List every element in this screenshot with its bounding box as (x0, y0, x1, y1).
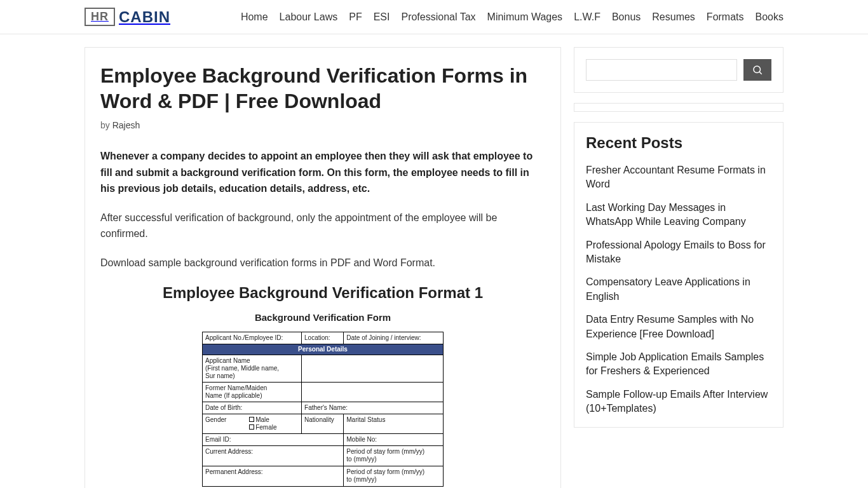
nav-pf[interactable]: PF (349, 11, 362, 23)
recent-post-link[interactable]: Fresher Accountant Resume Formats in Wor… (586, 165, 766, 189)
paragraph-2: After successful verification of backgro… (100, 210, 545, 242)
svg-line-1 (759, 72, 761, 74)
article-title: Employee Background Verification Forms i… (100, 63, 545, 114)
logo-part-cabin: CABIN (119, 8, 170, 26)
nav-professional-tax[interactable]: Professional Tax (401, 11, 475, 23)
nav-books[interactable]: Books (756, 11, 783, 23)
search-widget (574, 47, 783, 93)
nav-resumes[interactable]: Resumes (652, 11, 695, 23)
recent-post-link[interactable]: Last Working Day Messages in WhatsApp Wh… (586, 202, 746, 227)
recent-post-link[interactable]: Simple Job Application Emails Samples fo… (586, 351, 764, 376)
recent-post-link[interactable]: Sample Follow-up Emails After Interview … (586, 389, 768, 414)
nav-labour-laws[interactable]: Labour Laws (280, 11, 338, 23)
nav-bonus[interactable]: Bonus (612, 11, 641, 23)
empty-widget (574, 103, 783, 112)
logo-part-hr: HR (85, 8, 115, 26)
site-logo[interactable]: HR CABIN (85, 8, 170, 26)
recent-post-link[interactable]: Data Entry Resume Samples with No Experi… (586, 314, 754, 339)
form-preview-title: Background Verification Form (202, 312, 444, 323)
nav-home[interactable]: Home (241, 11, 268, 23)
intro-paragraph: Whenever a company decides to appoint an… (100, 148, 545, 197)
nav-minimum-wages[interactable]: Minimum Wages (487, 11, 563, 23)
form-preview-image: Background Verification Form Applicant N… (202, 312, 444, 487)
recent-posts-widget: Recent Posts Fresher Accountant Resume F… (574, 122, 783, 428)
svg-point-0 (754, 66, 761, 73)
nav-formats[interactable]: Formats (707, 11, 744, 23)
site-header: HR CABIN Home Labour Laws PF ESI Profess… (0, 0, 868, 34)
primary-nav: Home Labour Laws PF ESI Professional Tax… (241, 11, 783, 23)
search-icon (752, 64, 763, 76)
nav-esi[interactable]: ESI (374, 11, 390, 23)
recent-post-link[interactable]: Compensatory Leave Applications in Engli… (586, 276, 750, 301)
article-main: Employee Background Verification Forms i… (85, 47, 561, 488)
recent-posts-title: Recent Posts (586, 134, 771, 152)
sidebar: Recent Posts Fresher Accountant Resume F… (574, 47, 783, 428)
form-table: Applicant No./Employee ID: Location: Dat… (202, 332, 444, 487)
author-link[interactable]: Rajesh (112, 120, 140, 130)
paragraph-3: Download sample background verification … (100, 255, 545, 271)
format-heading: Employee Background Verification Format … (100, 284, 545, 302)
nav-lwf[interactable]: L.W.F (574, 11, 600, 23)
article-byline: by Rajesh (100, 120, 545, 130)
recent-posts-list: Fresher Accountant Resume Formats in Wor… (586, 163, 771, 416)
search-input[interactable] (586, 59, 737, 81)
search-button[interactable] (743, 59, 771, 81)
recent-post-link[interactable]: Professional Apology Emails to Boss for … (586, 240, 766, 264)
